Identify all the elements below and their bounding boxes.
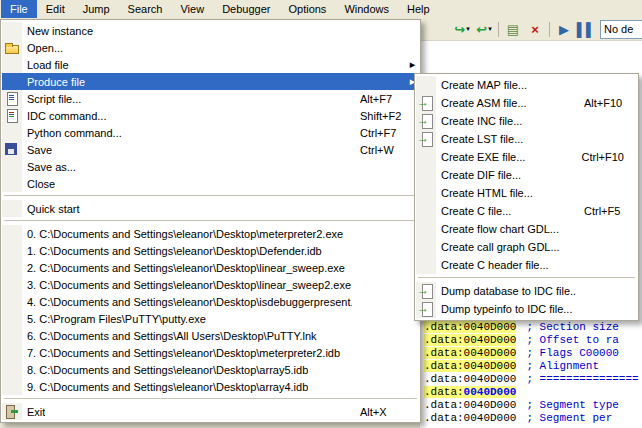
comment: ; Segment type — [526, 399, 618, 411]
menu-item[interactable]: Create INC file... — [416, 112, 637, 130]
toolbar-glyph: ▌▌ — [577, 23, 595, 36]
menu-item[interactable]: 1. C:\Documents and Settings\eleanor\Des… — [2, 242, 419, 259]
menu-item[interactable]: Close — [2, 175, 419, 192]
menu-item[interactable]: Exit Alt+X — [2, 403, 419, 420]
menu-item-icon — [2, 361, 22, 378]
menubar-item[interactable]: Edit — [37, 0, 74, 18]
menu-item[interactable]: Create ASM file... Alt+F10 — [416, 94, 637, 112]
menu-item[interactable]: 8. C:\Documents and Settings\eleanor\Des… — [2, 361, 419, 378]
menubar-item-label: Jump — [83, 3, 110, 15]
menu-item-label: Close — [22, 178, 55, 190]
menu-item-icon — [416, 166, 436, 184]
menu-item[interactable]: Create MAP file... — [416, 76, 637, 94]
menu-item[interactable]: Create HTML file... — [416, 184, 637, 202]
menu-item[interactable]: 3. C:\Documents and Settings\eleanor\Des… — [2, 276, 419, 293]
menu-item-label: Dump database to IDC file... — [436, 285, 576, 297]
menubar-item[interactable]: Help — [398, 0, 439, 18]
toolbar-glyph: ↪ — [454, 23, 465, 36]
menu-item[interactable]: Load file — [2, 56, 419, 73]
menu-item-icon — [416, 220, 436, 238]
menu-item[interactable]: Dump typeinfo to IDC file... — [416, 300, 637, 318]
menu-item[interactable]: Create LST file... — [416, 130, 637, 148]
comment: ; Segment per — [526, 412, 612, 424]
menu-item-label: Create MAP file... — [436, 79, 527, 91]
menu-item[interactable]: 0. C:\Documents and Settings\eleanor\Des… — [2, 225, 419, 242]
menu-item-icon — [2, 327, 22, 344]
address: 0040D000 — [464, 360, 517, 372]
menu-item[interactable]: Script file... Alt+F7 — [2, 90, 419, 107]
menubar-item[interactable]: View — [171, 0, 213, 18]
menu-item-label: Save as... — [22, 161, 76, 173]
segment-name: .data: — [424, 334, 464, 346]
jump-back-icon[interactable]: ↩ ▾ — [473, 19, 495, 39]
menubar-item-label: Edit — [46, 3, 65, 15]
menu-item-label: Open... — [22, 42, 63, 54]
menu-item-icon — [2, 200, 22, 217]
menu-item-icon — [416, 238, 436, 256]
menu-item[interactable]: Dump database to IDC file... — [416, 282, 637, 300]
disassembly-line: .data:0040D000; Segment type — [424, 399, 642, 412]
menu-item-label: Create EXE file... — [436, 151, 525, 163]
produce-file-icon[interactable]: ▤ ▾ — [502, 19, 524, 39]
menu-item-label: 4. C:\Documents and Settings\eleanor\Des… — [22, 296, 352, 308]
debugger-combo[interactable]: No de — [600, 20, 642, 39]
menu-item-label: Exit — [22, 406, 45, 418]
menubar-item[interactable]: Windows — [335, 0, 398, 18]
menubar-item[interactable]: File — [1, 0, 37, 18]
menu-item[interactable]: New instance — [2, 22, 419, 39]
menubar-item[interactable]: Search — [119, 0, 172, 18]
menu-item[interactable]: Save Ctrl+W — [2, 141, 419, 158]
menu-item[interactable]: Create EXE file... Ctrl+F10 — [416, 148, 637, 166]
segment-name: .data: — [424, 412, 464, 424]
cancel-icon[interactable]: × ▾ — [524, 19, 546, 39]
menu-item[interactable]: Create flow chart GDL... — [416, 220, 637, 238]
disassembly-line: .data:0040D000; Segment per — [424, 412, 642, 425]
menu-item-icon — [2, 175, 22, 192]
menu-item[interactable]: Create C header file... — [416, 256, 637, 274]
segment-name: .data: — [424, 386, 464, 398]
menubar-item[interactable]: Jump — [74, 0, 119, 18]
menu-item[interactable]: Create call graph GDL... — [416, 238, 637, 256]
menu-item[interactable]: Produce file — [2, 73, 419, 90]
menu-item[interactable]: Python command... Ctrl+F7 — [2, 124, 419, 141]
script-icon — [2, 90, 22, 107]
file-menu: New instance Open... Load file Produce — [0, 19, 421, 423]
menu-item-shortcut: Alt+X — [352, 406, 406, 418]
menu-item-icon — [2, 259, 22, 276]
export-icon — [416, 130, 436, 148]
menu-item[interactable]: 5. C:\Program Files\PuTTY\putty.exe — [2, 310, 419, 327]
menubar-item[interactable]: Debugger — [213, 0, 279, 18]
menu-item[interactable]: Quick start — [2, 200, 419, 217]
separator — [2, 192, 419, 200]
menu-item[interactable]: 9. C:\Documents and Settings\eleanor\Des… — [2, 378, 419, 395]
menu-item-label: 3. C:\Documents and Settings\eleanor\Des… — [22, 279, 351, 291]
menu-item-label: Python command... — [22, 127, 122, 139]
menu-item[interactable]: Save as... — [2, 158, 419, 175]
menu-item[interactable]: 6. C:\Documents and Settings\All Users\D… — [2, 327, 419, 344]
export-icon — [416, 112, 436, 130]
address-token: .data:0040D000 — [424, 334, 516, 346]
menu-item-label: Quick start — [22, 203, 80, 215]
menu-item-label: Produce file — [22, 76, 85, 88]
menu-item[interactable]: Open... — [2, 39, 419, 56]
menu-item-label: 6. C:\Documents and Settings\All Users\D… — [22, 330, 317, 342]
address: 0040D000 — [464, 386, 517, 398]
menubar-item[interactable]: Options — [279, 0, 335, 18]
separator — [2, 217, 419, 225]
menu-item[interactable]: Create DIF file... — [416, 166, 637, 184]
disassembly-line: .data:0040D000; Alignment — [424, 360, 642, 373]
start-process-icon[interactable]: ▶ ▾ — [553, 19, 575, 39]
menubar-item-label: Help — [407, 3, 430, 15]
address: 0040D000 — [464, 347, 517, 359]
menu-item[interactable]: IDC command... Shift+F2 — [2, 107, 419, 124]
menu-item-icon — [416, 202, 436, 220]
pause-process-icon[interactable]: ▌▌ ▾ — [575, 19, 597, 39]
menu-item-label: Create call graph GDL... — [436, 241, 560, 253]
jump-forward-icon[interactable]: ↪ ▾ — [451, 19, 473, 39]
menu-item[interactable]: 7. C:\Documents and Settings\eleanor\Des… — [2, 344, 419, 361]
menu-item[interactable]: 2. C:\Documents and Settings\eleanor\Des… — [2, 259, 419, 276]
export-icon — [416, 300, 436, 318]
menu-item[interactable]: Create C file... Ctrl+F5 — [416, 202, 637, 220]
menu-item-label: Create C file... — [436, 205, 511, 217]
menu-item[interactable]: 4. C:\Documents and Settings\eleanor\Des… — [2, 293, 419, 310]
